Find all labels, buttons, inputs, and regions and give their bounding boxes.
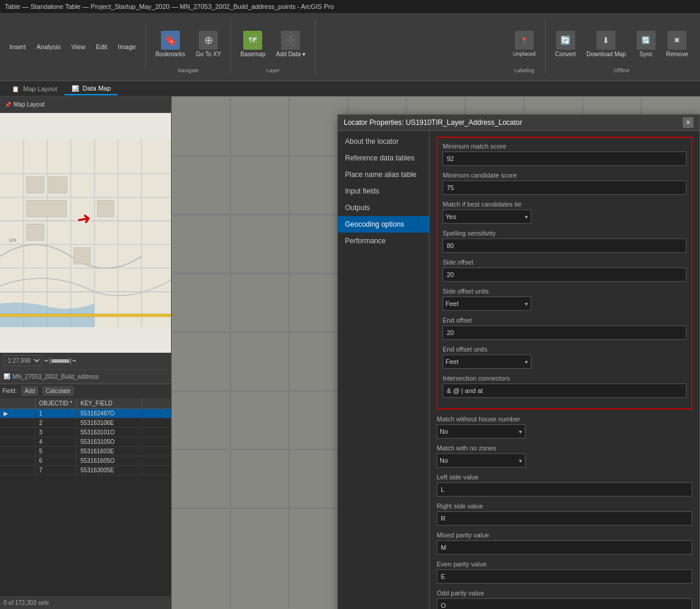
attribute-table[interactable]: OBJECTID * KEY_FIELD ▶ 1 553162487O 2 55… <box>0 398 171 475</box>
label-side-offset-units: Side offset units <box>443 288 686 295</box>
ribbon-tab-edit[interactable]: Edit <box>91 41 112 52</box>
select-match-no-zones[interactable]: No Yes <box>437 453 525 468</box>
svg-rect-14 <box>27 177 44 194</box>
bottom-panel: 📊 MN_27053_2002_Build_address Field: Add… <box>0 369 171 610</box>
svg-rect-15 <box>49 177 67 194</box>
dialog-title: Locator Properties: US1910TIR_Layer_Addr… <box>344 118 522 127</box>
input-side-offset[interactable] <box>443 268 686 282</box>
form-group-end-offset-units: End offset units Feet Meters Miles <box>443 346 686 369</box>
nav-item-outputs[interactable]: Outputs <box>338 199 429 216</box>
select-match-no-house[interactable]: No Yes <box>437 424 525 439</box>
label-end-offset-units: End offset units <box>443 346 686 353</box>
unplaced-button[interactable]: 📍 Unplaced <box>508 28 540 59</box>
table-row[interactable]: 6 553161605O <box>0 456 171 466</box>
remove-button[interactable]: ✖ Remove <box>662 28 693 60</box>
ribbon-separator-1 <box>146 23 146 70</box>
cell-objectid: 1 <box>36 409 77 418</box>
tab-bar: 📋 Map Layout 📊 Data Map <box>0 81 700 96</box>
select-match-tie[interactable]: Yes No <box>443 210 531 224</box>
input-min-candidate[interactable] <box>443 181 686 195</box>
nav-item-geocoding[interactable]: Geocoding options <box>338 216 429 233</box>
form-group-even-parity: Even parity value <box>437 560 692 584</box>
ribbon-tab-insert[interactable]: Insert <box>5 41 31 52</box>
map-view[interactable]: 121 ➜ <box>0 113 171 353</box>
select-side-offset-units[interactable]: Feet Meters Miles <box>443 297 531 311</box>
table-row[interactable]: 4 553163105O <box>0 437 171 447</box>
convert-button[interactable]: 🔄 Convert <box>550 28 580 60</box>
dialog-close-button[interactable]: × <box>683 117 693 128</box>
svg-rect-16 <box>27 200 67 217</box>
input-min-match[interactable] <box>443 152 686 166</box>
input-spelling[interactable] <box>443 239 686 253</box>
nav-item-reference[interactable]: Reference data tables <box>338 150 429 166</box>
form-group-match-no-zones: Match with no zones No Yes <box>437 444 692 468</box>
label-end-offset: End offset <box>443 317 686 324</box>
right-panel[interactable]: Minneapolis-St Paul International Airpor… <box>172 96 700 609</box>
input-intersection[interactable] <box>443 384 686 398</box>
dialog-title-bar: Locator Properties: US1910TIR_Layer_Addr… <box>338 115 699 131</box>
table-footer: 0 of 172,303 sele <box>0 596 171 609</box>
nav-item-about[interactable]: About the locator <box>338 133 429 150</box>
svg-rect-18 <box>27 224 44 240</box>
select-wrapper-side-offset-units: Feet Meters Miles <box>443 297 531 311</box>
map-svg: 121 <box>0 113 171 353</box>
input-left-side[interactable] <box>437 482 692 497</box>
input-even-parity[interactable] <box>437 569 692 584</box>
table-row[interactable]: 7 553163005E <box>0 466 171 475</box>
ribbon-tab-view[interactable]: View <box>66 41 90 52</box>
calculate-button[interactable]: Calculate <box>43 386 73 395</box>
basemap-button[interactable]: 🗺 Basemap <box>236 28 270 60</box>
col-objectid: OBJECTID * <box>36 398 77 408</box>
select-end-offset-units[interactable]: Feet Meters Miles <box>443 355 531 369</box>
form-group-match-tie: Match if best candidates tie Yes No <box>443 201 686 224</box>
ribbon: Insert Analysis View Edit Image 🔖 Bookma… <box>0 13 700 81</box>
nav-item-placename[interactable]: Place name alias table <box>338 166 429 183</box>
label-even-parity: Even parity value <box>437 560 692 568</box>
ribbon-tab-analysis[interactable]: Analysis <box>32 41 66 52</box>
label-intersection: Intersection connectors <box>443 375 686 382</box>
scale-select[interactable]: 1:27,998 <box>4 355 42 366</box>
tab-map-layout[interactable]: 📋 Map Layout <box>5 83 64 95</box>
select-wrapper-match-tie: Yes No <box>443 210 531 224</box>
layer-group-label: Layer <box>236 67 310 73</box>
form-group-mixed-parity: Mixed parity value <box>437 531 692 555</box>
label-match-no-zones: Match with no zones <box>437 444 692 452</box>
bottom-panel-header: 📊 MN_27053_2002_Build_address <box>0 370 171 384</box>
table-row[interactable]: 2 553163106E <box>0 418 171 428</box>
input-odd-parity[interactable] <box>437 598 692 609</box>
ribbon-tab-image[interactable]: Image <box>113 41 141 52</box>
label-match-tie: Match if best candidates tie <box>443 201 686 208</box>
label-side-offset: Side offset <box>443 259 686 266</box>
input-mixed-parity[interactable] <box>437 540 692 555</box>
tab-data-map[interactable]: 📊 Data Map <box>64 82 118 95</box>
form-group-side-offset-units: Side offset units Feet Meters Miles <box>443 288 686 311</box>
goto-xy-button[interactable]: ⊕ Go To XY <box>191 28 226 60</box>
download-map-button[interactable]: ⬇ Download Map <box>582 28 631 60</box>
cell-keyfield: 553162487O <box>77 409 142 418</box>
input-end-offset[interactable] <box>443 326 686 340</box>
form-group-min-match: Minimum match score <box>443 143 686 166</box>
form-group-right-side: Right side value <box>437 502 692 526</box>
modal-overlay: Locator Properties: US1910TIR_Layer_Addr… <box>172 96 700 609</box>
label-mixed-parity: Mixed parity value <box>437 531 692 539</box>
label-odd-parity: Odd parity value <box>437 589 692 597</box>
nav-item-performance[interactable]: Performance <box>338 233 429 249</box>
offline-group-label: Offline <box>550 67 693 73</box>
nav-item-inputfields[interactable]: Input fields <box>338 183 429 199</box>
input-right-side[interactable] <box>437 511 692 526</box>
add-data-button[interactable]: ➕ Add Data ▾ <box>272 28 310 60</box>
scale-bar: 1:27,998 ⬅ ➡ <box>0 353 171 369</box>
form-group-end-offset: End offset <box>443 317 686 340</box>
form-group-odd-parity: Odd parity value <box>437 589 692 609</box>
table-row[interactable]: 3 553163101O <box>0 428 171 437</box>
label-left-side: Left side value <box>437 473 692 481</box>
col-keyfield: KEY_FIELD <box>77 398 142 408</box>
form-group-match-no-house: Match without house number No Yes <box>437 415 692 439</box>
table-row[interactable]: ▶ 1 553162487O <box>0 409 171 418</box>
bookmarks-button[interactable]: 🔖 Bookmarks <box>151 28 190 60</box>
form-group-side-offset: Side offset <box>443 259 686 282</box>
sync-button[interactable]: 🔃 Sync <box>632 28 660 60</box>
add-field-button[interactable]: Add <box>21 386 38 395</box>
table-row[interactable]: 5 553161603E <box>0 447 171 456</box>
dialog-content[interactable]: Minimum match score Minimum candidate sc… <box>430 131 699 609</box>
